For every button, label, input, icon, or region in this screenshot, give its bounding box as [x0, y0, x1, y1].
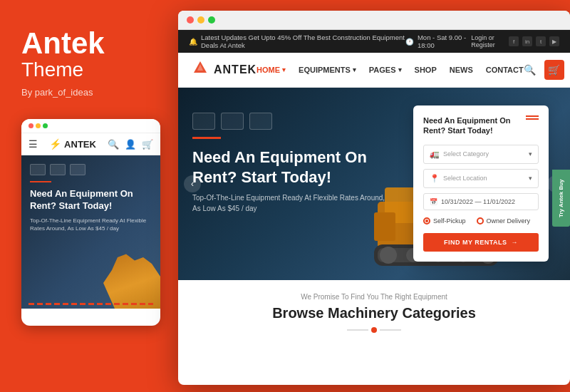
browser-dot-green[interactable] [208, 16, 215, 24]
hero-equipment-icon-3 [249, 113, 272, 130]
date-range-text: 10/31/2022 — 11/01/2022 [441, 198, 515, 205]
browser-dot-red[interactable] [187, 16, 194, 24]
decoration-line-2 [526, 118, 539, 120]
mobile-nav-icons: 🔍 👤 🛒 [108, 139, 153, 150]
hero-icons-row [192, 113, 392, 130]
browser-dots [187, 16, 215, 24]
date-range-field[interactable]: 📅 10/31/2022 — 11/01/2022 [423, 193, 539, 210]
calendar-icon: 📅 [430, 198, 437, 205]
svg-point-11 [380, 247, 397, 264]
side-tab[interactable]: Try Antek Buy [552, 170, 570, 227]
announcement-text: Latest Updates Get Upto 45% Off The Best… [201, 33, 405, 49]
location-select[interactable]: 📍 Select Location ▾ [423, 169, 539, 188]
side-tab-wrapper: Try Antek Buy [552, 170, 570, 227]
dropdown-arrow-icon: ▾ [529, 175, 532, 182]
mobile-dot-red [28, 123, 33, 128]
nav-item-pages[interactable]: PAGES ▾ [369, 66, 402, 74]
hero-description: Top-Of-The-Line Equipment Ready At Flexi… [192, 192, 392, 214]
self-pickup-option[interactable]: Self-Pickup [423, 217, 466, 225]
find-rentals-label: FIND MY RENTALS [444, 239, 507, 246]
arrow-icon: → [512, 239, 519, 246]
hero-section: Need An Equipment On Rent? Start Today! … [178, 88, 570, 280]
mobile-user-icon[interactable]: 👤 [125, 139, 136, 150]
hero-equipment-icon-1 [192, 113, 215, 130]
mobile-hero: Need An Equipment On Rent? Start Today! … [21, 155, 160, 309]
ann-center: 🕐 Mon - Sat 9.00 - 18:00 [405, 33, 471, 49]
mobile-logo: ⚡ ANTEK [49, 138, 96, 150]
bottom-section: We Promise To Find You The Right Equipme… [178, 280, 570, 346]
mobile-hero-title: Need An Equipment On Rent? Start Today! [30, 188, 152, 212]
ann-left: 🔔 Latest Updates Get Upto 45% Off The Be… [189, 33, 405, 49]
youtube-icon[interactable]: ▶ [549, 36, 559, 46]
site-logo-text: ANTEK [214, 63, 256, 76]
brand-by: By park_of_ideas [21, 87, 150, 98]
bottom-divider [192, 327, 556, 333]
divider-line-right [380, 329, 401, 331]
mobile-hero-line [30, 181, 51, 182]
nav-menu: HOME ▾ EQUIPMENTS ▾ PAGES ▾ SHOP NEWS CO… [256, 66, 524, 74]
mobile-logo-icon: ⚡ [49, 138, 61, 150]
rental-card-decoration [526, 115, 539, 120]
cart-icon: 🛒 [548, 64, 560, 76]
nav-item-shop[interactable]: SHOP [415, 66, 437, 74]
mobile-equipment-icon-1 [30, 164, 46, 175]
nav-item-equipments[interactable]: EQUIPMENTS ▾ [299, 66, 356, 74]
hero-equipment-icon-2 [221, 113, 244, 130]
site-logo-icon [192, 60, 208, 80]
mobile-dot-green [43, 123, 48, 128]
bottom-tagline: We Promise To Find You The Right Equipme… [192, 293, 556, 301]
twitter-icon[interactable]: t [536, 36, 546, 46]
nav-item-news[interactable]: NEWS [450, 66, 473, 74]
hero-prev-arrow[interactable]: ‹ [184, 175, 201, 192]
hamburger-icon[interactable]: ☰ [28, 138, 38, 150]
mobile-excavator-illustration [103, 244, 160, 309]
rental-form-card: Need An Equipment On Rent? Start Today! … [413, 105, 549, 262]
mobile-search-icon[interactable]: 🔍 [108, 139, 119, 150]
announcement-icon: 🔔 [189, 38, 197, 46]
delivery-options: Self-Pickup Owner Delivery [423, 217, 539, 225]
mobile-hero-icons [30, 164, 152, 175]
ann-right: Login or Register f in t ▶ [471, 34, 559, 48]
chevron-icon: ▾ [353, 66, 356, 73]
main-nav: ANTEK HOME ▾ EQUIPMENTS ▾ PAGES ▾ SHOP N… [178, 53, 570, 88]
brand-title: Antek [21, 29, 150, 58]
login-link[interactable]: Login or Register [471, 34, 502, 48]
nav-item-contact[interactable]: CONTACT [486, 66, 524, 74]
browser-window: 🔔 Latest Updates Get Upto 45% Off The Be… [178, 11, 570, 385]
instagram-icon[interactable]: in [522, 36, 532, 46]
mobile-hero-desc: Top-Of-The-Line Equipment Ready At Flexi… [30, 217, 152, 232]
mobile-cart-icon[interactable]: 🛒 [142, 139, 153, 150]
clock-icon: 🕐 [405, 38, 414, 46]
rental-card-title: Need An Equipment On Rent? Start Today! [423, 115, 526, 136]
search-icon[interactable]: 🔍 [524, 64, 536, 76]
cart-button[interactable]: 🛒 [544, 60, 564, 80]
mobile-dots [28, 123, 48, 128]
find-rentals-button[interactable]: FIND MY RENTALS → [423, 233, 539, 252]
hours-text: Mon - Sat 9.00 - 18:00 [418, 33, 471, 49]
browser-dot-yellow[interactable] [197, 16, 204, 24]
left-panel: Antek Theme By park_of_ideas ☰ ⚡ ANTEK 🔍… [0, 0, 171, 392]
nav-item-home[interactable]: HOME ▾ [256, 66, 286, 74]
category-placeholder: Select Category [443, 150, 529, 158]
social-icons: f in t ▶ [509, 36, 559, 46]
dropdown-arrow-icon: ▾ [529, 150, 532, 158]
rental-card-header: Need An Equipment On Rent? Start Today! [423, 115, 539, 136]
mobile-equipment-icon-3 [70, 164, 86, 175]
decoration-line-1 [526, 115, 539, 117]
chevron-icon: ▾ [282, 66, 286, 73]
owner-delivery-option[interactable]: Owner Delivery [477, 217, 531, 225]
mobile-mockup: ☰ ⚡ ANTEK 🔍 👤 🛒 Need An Equipment On Ren… [21, 119, 160, 326]
hero-title: Need An Equipment On Rent? Start Today! [192, 148, 392, 187]
self-pickup-radio[interactable] [423, 217, 430, 225]
mobile-equipment-icon-2 [50, 164, 66, 175]
divider-line-left [347, 329, 368, 331]
mobile-chrome [21, 119, 160, 133]
nav-actions: 🔍 🛒 [524, 60, 564, 80]
category-select[interactable]: 🚛 Select Category ▾ [423, 145, 539, 164]
truck-icon: 🚛 [430, 150, 440, 159]
facebook-icon[interactable]: f [509, 36, 519, 46]
bottom-title: Browse Machinery Categories [192, 305, 556, 321]
mobile-nav: ☰ ⚡ ANTEK 🔍 👤 🛒 [21, 133, 160, 155]
owner-delivery-radio[interactable] [477, 217, 484, 225]
brand-subtitle: Theme [21, 58, 150, 81]
